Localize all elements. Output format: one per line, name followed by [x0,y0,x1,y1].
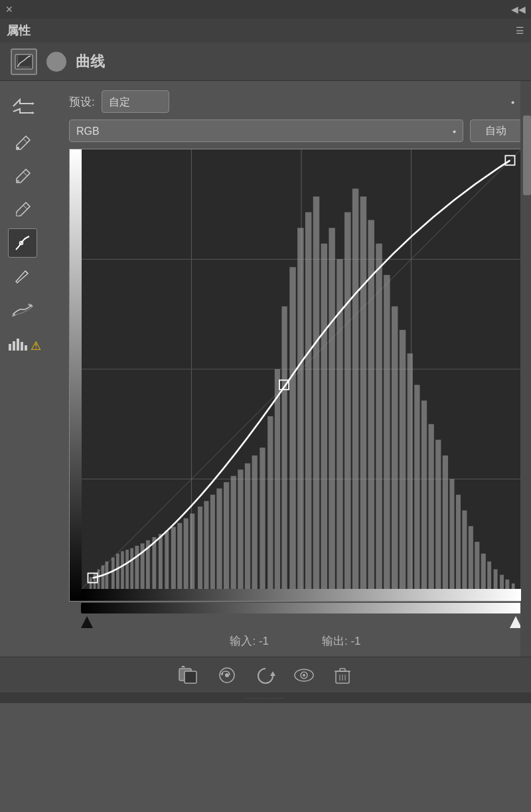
vertical-gradient-bar [70,149,82,601]
eyedropper-white-icon[interactable] [8,129,37,158]
eyedropper-black-icon[interactable] [8,195,37,224]
auto-button[interactable]: 自动 [470,120,522,142]
svg-rect-37 [135,546,139,589]
svg-point-99 [225,673,229,677]
svg-rect-87 [487,562,491,589]
toggle-visibility-button[interactable] [291,663,317,688]
svg-rect-82 [456,495,461,589]
curves-graph-wrapper: 输入: -1 输出: -1 [69,149,522,657]
reset-button[interactable] [253,663,278,688]
histogram-icon [8,336,28,355]
svg-rect-59 [281,306,287,589]
svg-rect-32 [112,558,115,589]
svg-rect-52 [231,476,236,589]
delete-layer-button[interactable] [330,663,355,688]
svg-rect-81 [449,479,454,590]
curves-adjustment-icon [11,48,37,75]
svg-rect-50 [216,489,222,589]
auto-set-icon[interactable] [8,92,37,121]
svg-rect-61 [297,228,303,589]
svg-point-6 [17,147,19,149]
svg-rect-18 [21,342,23,351]
svg-rect-65 [329,228,335,589]
svg-rect-71 [376,244,382,589]
svg-rect-64 [321,244,327,589]
svg-rect-80 [443,455,448,589]
preset-row: 预设: 自定 默认 增强对比度 降低对比度 变亮 变暗 ⬥ [69,90,522,113]
mask-from-selection-button[interactable] [176,663,201,688]
svg-rect-106 [340,669,345,671]
warning-triangle-icon: ⚠ [31,339,41,353]
svg-marker-3 [32,102,35,105]
svg-rect-75 [408,353,413,589]
view-previous-state-button[interactable] [214,663,240,688]
preset-arrow-icon: ⬥ [510,97,515,106]
shadow-slider-handle[interactable] [81,616,93,628]
resize-handle[interactable]: ⋯⋯⋯⋯⋯ [246,694,285,702]
svg-rect-60 [289,267,295,589]
svg-rect-57 [267,416,273,589]
preset-select[interactable]: 自定 默认 增强对比度 降低对比度 变亮 变暗 [102,90,169,113]
svg-rect-53 [238,469,243,589]
svg-rect-72 [384,275,390,589]
svg-line-12 [25,271,28,274]
svg-rect-85 [475,542,479,589]
svg-rect-46 [190,514,194,589]
svg-rect-77 [421,400,427,589]
pencil-icon[interactable] [8,262,37,291]
scrollbar-track[interactable] [520,81,531,657]
svg-line-9 [23,205,27,209]
svg-rect-88 [494,569,498,589]
svg-rect-89 [500,575,504,589]
svg-rect-35 [125,550,129,589]
svg-point-8 [17,180,19,183]
svg-marker-100 [270,671,275,676]
svg-rect-78 [429,424,434,589]
input-label: 输入: -1 [230,633,269,649]
collapse-icon[interactable]: ◀◀ [511,4,526,15]
svg-rect-91 [512,584,515,589]
horizontal-gradient-bar [82,589,521,601]
svg-rect-84 [469,526,473,589]
channel-row: RGB 红 绿 蓝 ⬥ 自动 [69,120,522,142]
svg-rect-63 [313,197,319,589]
scrollbar-thumb[interactable] [523,116,531,195]
svg-rect-44 [177,523,182,589]
svg-marker-4 [32,112,35,114]
preset-label: 预设: [69,94,95,110]
svg-rect-15 [9,344,11,351]
svg-rect-56 [260,447,265,589]
channel-select-wrapper: RGB 红 绿 蓝 ⬥ [69,120,463,142]
svg-rect-19 [25,345,27,351]
close-icon[interactable]: ✕ [5,4,13,15]
svg-rect-43 [171,527,176,589]
svg-rect-31 [105,562,108,589]
smooth-icon[interactable] [8,295,37,324]
svg-rect-17 [17,339,19,351]
output-label: 输出: -1 [322,633,361,649]
menu-icon[interactable]: ☰ [516,25,524,36]
svg-rect-62 [305,212,311,589]
right-panel: 预设: 自定 默认 增强对比度 降低对比度 变亮 变暗 ⬥ RGB 红 绿 [66,81,531,657]
svg-rect-16 [13,341,15,351]
warning-row: ⚠ [8,336,41,355]
svg-rect-34 [121,551,124,589]
svg-rect-28 [94,573,96,589]
layer-mask-circle [46,52,66,72]
svg-rect-76 [414,385,419,589]
svg-rect-42 [165,531,169,589]
curve-tool-icon[interactable] [8,228,37,258]
svg-point-10 [17,213,19,216]
svg-rect-68 [352,189,358,589]
io-row: 输入: -1 输出: -1 [69,628,522,657]
svg-rect-33 [116,554,119,589]
curves-graph-svg [82,149,521,589]
svg-rect-86 [481,554,486,589]
svg-rect-58 [275,369,280,589]
svg-rect-49 [210,495,215,589]
eyedropper-gray-icon[interactable] [8,162,37,191]
svg-rect-69 [360,197,366,589]
panel-header: 属性 ☰ [0,19,531,42]
channel-select[interactable]: RGB 红 绿 蓝 [69,120,463,142]
curves-graph[interactable] [69,149,522,602]
